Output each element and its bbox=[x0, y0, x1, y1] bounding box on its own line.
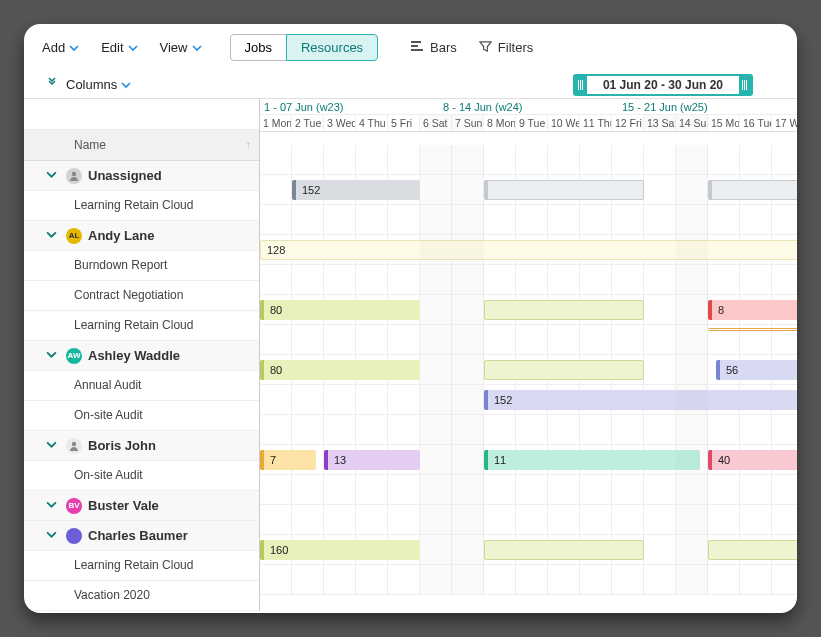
mode-toggle: Jobs Resources bbox=[230, 34, 379, 61]
gantt-bar[interactable] bbox=[708, 540, 797, 560]
add-menu[interactable]: Add bbox=[42, 40, 79, 55]
avatar: AW bbox=[66, 348, 82, 364]
chevron-down-icon[interactable] bbox=[46, 438, 60, 453]
day-header: 16 Tue bbox=[740, 115, 772, 131]
chevron-down-icon[interactable] bbox=[46, 348, 60, 363]
day-header: 15 Mon bbox=[708, 115, 740, 131]
task-row[interactable]: On-site Audit bbox=[24, 401, 259, 431]
name-column-header[interactable]: Name ↑ bbox=[24, 130, 259, 161]
chevron-down-icon[interactable] bbox=[46, 528, 60, 543]
gantt-bar[interactable]: 7 bbox=[260, 450, 316, 470]
gantt-bar[interactable] bbox=[708, 328, 797, 331]
grid-row[interactable] bbox=[260, 475, 797, 505]
grid-row[interactable] bbox=[260, 415, 797, 445]
chevron-down-icon bbox=[69, 43, 79, 53]
day-header: 1 Mon bbox=[260, 115, 292, 131]
bars-icon bbox=[410, 39, 424, 56]
grid-row[interactable]: 808 bbox=[260, 295, 797, 325]
grid-row[interactable] bbox=[260, 265, 797, 295]
resource-name: Charles Baumer bbox=[88, 528, 188, 543]
avatar: AL bbox=[66, 228, 82, 244]
gantt-bar[interactable]: 80 bbox=[260, 300, 420, 320]
resource-group-row[interactable]: AWAshley Waddle bbox=[24, 341, 259, 371]
day-header: 5 Fri bbox=[388, 115, 420, 131]
day-header: 17 Wed bbox=[772, 115, 797, 131]
view-label: View bbox=[160, 40, 188, 55]
gantt-bar[interactable]: 160 bbox=[260, 540, 420, 560]
avatar bbox=[66, 528, 82, 544]
gantt-bar[interactable]: 11 bbox=[484, 450, 700, 470]
gantt-bar[interactable] bbox=[708, 180, 797, 200]
resource-group-row[interactable]: Charles Baumer bbox=[24, 521, 259, 551]
svg-rect-0 bbox=[411, 41, 421, 43]
edit-menu[interactable]: Edit bbox=[101, 40, 137, 55]
gantt-bar[interactable]: 40 bbox=[708, 450, 797, 470]
gantt-bar[interactable] bbox=[484, 540, 644, 560]
grid-row[interactable]: 7131140 bbox=[260, 445, 797, 475]
grid-row[interactable] bbox=[260, 145, 797, 175]
grid-row[interactable] bbox=[260, 565, 797, 595]
task-row[interactable]: Learning Retain Cloud bbox=[24, 311, 259, 341]
task-row[interactable]: Burndown Report bbox=[24, 251, 259, 281]
gantt-bar[interactable]: 80 bbox=[260, 360, 420, 380]
date-range-slider[interactable]: 01 Jun 20 - 30 Jun 20 bbox=[573, 74, 753, 96]
range-handle-right[interactable] bbox=[739, 76, 751, 94]
gantt-bar[interactable] bbox=[484, 300, 644, 320]
gantt-bar[interactable]: 128 bbox=[260, 240, 797, 260]
resource-name: Ashley Waddle bbox=[88, 348, 180, 363]
collapse-columns-icon[interactable] bbox=[46, 77, 58, 92]
bars-label: Bars bbox=[430, 40, 457, 55]
avatar: BV bbox=[66, 498, 82, 514]
gantt-bar[interactable]: 13 bbox=[324, 450, 420, 470]
grid-row[interactable]: 8056 bbox=[260, 355, 797, 385]
resource-group-row[interactable]: BVBuster Vale bbox=[24, 491, 259, 521]
task-row[interactable]: On-site Audit bbox=[24, 461, 259, 491]
resource-name: Boris John bbox=[88, 438, 156, 453]
bars-button[interactable]: Bars bbox=[410, 39, 457, 56]
view-menu[interactable]: View bbox=[160, 40, 202, 55]
gantt-bar[interactable] bbox=[484, 180, 644, 200]
gantt-bar[interactable]: 152 bbox=[484, 390, 797, 410]
day-headers: 1 Mon2 Tue3 Wed4 Thu5 Fri6 Sat7 Sun8 Mon… bbox=[260, 115, 797, 132]
toolbar: Add Edit View Jobs Resources Bars bbox=[24, 24, 797, 71]
jobs-toggle[interactable]: Jobs bbox=[230, 34, 286, 61]
resources-toggle[interactable]: Resources bbox=[286, 34, 378, 61]
day-header: 9 Tue bbox=[516, 115, 548, 131]
day-header: 12 Fri bbox=[612, 115, 644, 131]
chevron-down-icon[interactable] bbox=[46, 228, 60, 243]
gantt-bar[interactable]: 152 bbox=[292, 180, 420, 200]
grid-row[interactable]: 128 bbox=[260, 235, 797, 265]
resource-group-row[interactable]: Boris John bbox=[24, 431, 259, 461]
grid-row[interactable]: 152 bbox=[260, 385, 797, 415]
day-header: 2 Tue bbox=[292, 115, 324, 131]
chevron-down-icon[interactable] bbox=[46, 498, 60, 513]
resource-group-row[interactable]: Unassigned bbox=[24, 161, 259, 191]
body: Name ↑ UnassignedLearning Retain CloudAL… bbox=[24, 98, 797, 611]
day-header: 3 Wed bbox=[324, 115, 356, 131]
gantt-bar[interactable]: 56 bbox=[716, 360, 797, 380]
grid-row[interactable] bbox=[260, 205, 797, 235]
grid-row[interactable]: 160 bbox=[260, 535, 797, 565]
resource-group-row[interactable]: ALAndy Lane bbox=[24, 221, 259, 251]
task-row[interactable]: Contract Negotiation bbox=[24, 281, 259, 311]
chevron-down-icon[interactable] bbox=[46, 168, 60, 183]
filters-button[interactable]: Filters bbox=[479, 40, 533, 56]
grid-row[interactable] bbox=[260, 325, 797, 355]
day-header: 6 Sat bbox=[420, 115, 452, 131]
range-handle-left[interactable] bbox=[575, 76, 587, 94]
columns-menu[interactable]: Columns bbox=[66, 77, 131, 92]
day-header: 7 Sun bbox=[452, 115, 484, 131]
gantt-grid: 15212880880561527131140160 bbox=[260, 145, 797, 595]
gantt-bar[interactable] bbox=[484, 360, 644, 380]
grid-row[interactable] bbox=[260, 505, 797, 535]
edit-label: Edit bbox=[101, 40, 123, 55]
svg-rect-1 bbox=[411, 45, 418, 47]
task-row[interactable]: Vacation 2020 bbox=[24, 581, 259, 611]
task-row[interactable]: Annual Audit bbox=[24, 371, 259, 401]
task-row[interactable]: Learning Retain Cloud bbox=[24, 551, 259, 581]
task-row[interactable]: Learning Retain Cloud bbox=[24, 191, 259, 221]
left-column: Name ↑ UnassignedLearning Retain CloudAL… bbox=[24, 99, 260, 611]
name-header-text: Name bbox=[74, 138, 106, 152]
gantt-bar[interactable]: 8 bbox=[708, 300, 797, 320]
grid-row[interactable]: 152 bbox=[260, 175, 797, 205]
